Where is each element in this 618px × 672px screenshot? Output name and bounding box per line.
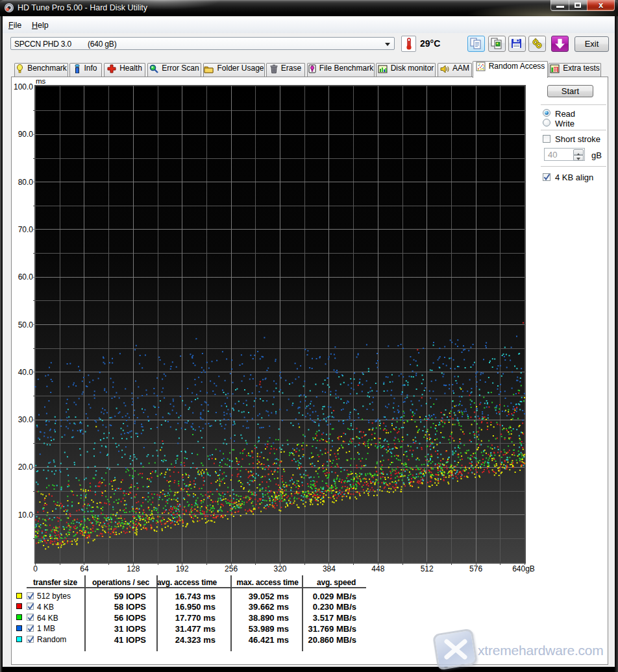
svg-text:70.0: 70.0 xyxy=(18,225,34,234)
svg-text:320: 320 xyxy=(273,564,286,573)
svg-text:192: 192 xyxy=(176,564,189,573)
svg-text:30.0: 30.0 xyxy=(18,415,34,424)
svg-text:60.0: 60.0 xyxy=(18,272,34,282)
svg-text:384: 384 xyxy=(323,564,336,573)
svg-text:20.0: 20.0 xyxy=(18,462,34,472)
svg-text:256: 256 xyxy=(225,564,238,573)
svg-text:80.0: 80.0 xyxy=(18,178,34,187)
svg-text:10.0: 10.0 xyxy=(18,510,34,520)
svg-text:64: 64 xyxy=(80,564,89,573)
svg-text:90.0: 90.0 xyxy=(18,130,34,139)
svg-text:128: 128 xyxy=(127,564,140,573)
svg-text:50.0: 50.0 xyxy=(18,320,34,330)
svg-text:512: 512 xyxy=(421,564,434,573)
svg-text:0: 0 xyxy=(33,564,38,573)
svg-text:100.0: 100.0 xyxy=(14,82,33,91)
svg-text:576: 576 xyxy=(469,564,482,573)
svg-text:448: 448 xyxy=(371,564,384,573)
svg-text:ms: ms xyxy=(36,77,46,85)
svg-text:40.0: 40.0 xyxy=(18,368,34,377)
svg-text:640gB: 640gB xyxy=(512,564,535,573)
